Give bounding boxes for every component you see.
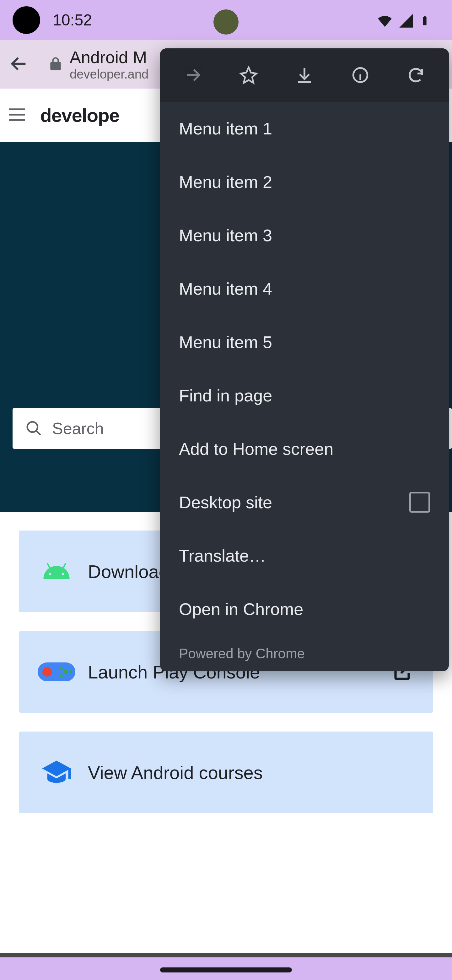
- menu-item-label: Menu item 1: [179, 119, 430, 138]
- refresh-icon[interactable]: [403, 62, 429, 88]
- menu-item-label: Open in Chrome: [179, 599, 430, 619]
- menu-item[interactable]: Menu item 4: [160, 262, 449, 315]
- overflow-menu: Menu item 1 Menu item 2 Menu item 3 Menu…: [160, 48, 449, 671]
- menu-footer: Powered by Chrome: [160, 636, 449, 671]
- menu-item[interactable]: Menu item 5: [160, 315, 449, 369]
- download-icon[interactable]: [291, 62, 318, 88]
- menu-item-label: Menu item 2: [179, 172, 430, 192]
- menu-item-translate[interactable]: Translate…: [160, 529, 449, 582]
- menu-item-label: Add to Home screen: [179, 439, 430, 458]
- gesture-bar-icon[interactable]: [160, 967, 292, 972]
- menu-item-label: Menu item 5: [179, 332, 430, 352]
- menu-item-open-in-chrome[interactable]: Open in Chrome: [160, 582, 449, 636]
- menu-item-label: Translate…: [179, 546, 430, 565]
- bookmark-icon[interactable]: [235, 62, 262, 88]
- menu-item-label: Menu item 3: [179, 226, 430, 245]
- menu-item-desktop-site[interactable]: Desktop site: [160, 476, 449, 529]
- forward-icon[interactable]: [180, 62, 206, 88]
- menu-item-label: Find in page: [179, 386, 430, 405]
- menu-item[interactable]: Menu item 1: [160, 102, 449, 155]
- menu-item-find-in-page[interactable]: Find in page: [160, 369, 449, 422]
- nav-shadow: [0, 953, 452, 958]
- menu-item[interactable]: Menu item 2: [160, 155, 449, 208]
- menu-item-label: Desktop site: [179, 493, 409, 512]
- info-icon[interactable]: [347, 62, 374, 88]
- menu-item-add-to-home[interactable]: Add to Home screen: [160, 422, 449, 476]
- checkbox-icon[interactable]: [409, 492, 430, 512]
- menu-item[interactable]: Menu item 3: [160, 208, 449, 262]
- menu-item-label: Menu item 4: [179, 279, 430, 298]
